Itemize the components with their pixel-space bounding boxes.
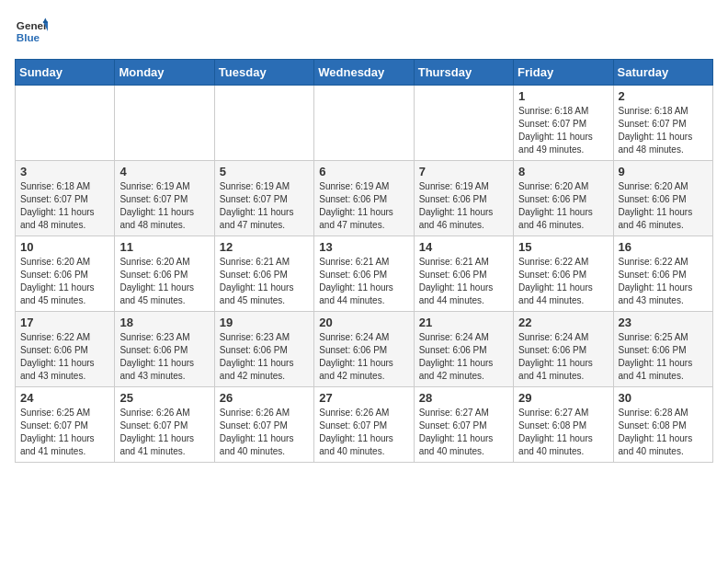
day-cell-28: 28Sunrise: 6:27 AM Sunset: 6:07 PM Dayli…: [414, 387, 513, 463]
day-number: 4: [119, 165, 209, 178]
logo: General Blue: [15, 15, 48, 48]
weekday-header-tuesday: Tuesday: [214, 60, 313, 86]
day-number: 16: [619, 240, 708, 254]
day-number: 6: [319, 165, 408, 178]
day-cell-10: 10Sunrise: 6:20 AM Sunset: 6:06 PM Dayli…: [16, 236, 115, 312]
day-info: Sunrise: 6:18 AM Sunset: 6:07 PM Dayligh…: [20, 180, 109, 232]
day-cell-25: 25Sunrise: 6:26 AM Sunset: 6:07 PM Dayli…: [115, 387, 214, 463]
day-number: 13: [319, 240, 408, 254]
day-info: Sunrise: 6:25 AM Sunset: 6:07 PM Dayligh…: [20, 407, 109, 458]
day-info: Sunrise: 6:19 AM Sunset: 6:06 PM Dayligh…: [319, 180, 408, 232]
day-cell-20: 20Sunrise: 6:24 AM Sunset: 6:06 PM Dayli…: [314, 312, 414, 387]
day-number: 1: [518, 89, 608, 103]
empty-cell: [214, 86, 313, 161]
day-cell-15: 15Sunrise: 6:22 AM Sunset: 6:06 PM Dayli…: [514, 236, 613, 312]
week-row-3: 10Sunrise: 6:20 AM Sunset: 6:06 PM Dayli…: [16, 236, 713, 312]
day-info: Sunrise: 6:27 AM Sunset: 6:08 PM Dayligh…: [518, 407, 608, 458]
day-number: 28: [419, 391, 508, 405]
day-info: Sunrise: 6:23 AM Sunset: 6:06 PM Dayligh…: [119, 331, 209, 383]
day-cell-30: 30Sunrise: 6:28 AM Sunset: 6:08 PM Dayli…: [613, 387, 712, 463]
day-cell-23: 23Sunrise: 6:25 AM Sunset: 6:06 PM Dayli…: [613, 312, 712, 387]
day-info: Sunrise: 6:19 AM Sunset: 6:06 PM Dayligh…: [419, 180, 508, 232]
day-number: 24: [20, 391, 109, 405]
day-cell-17: 17Sunrise: 6:22 AM Sunset: 6:06 PM Dayli…: [16, 312, 115, 387]
day-info: Sunrise: 6:21 AM Sunset: 6:06 PM Dayligh…: [319, 256, 408, 307]
empty-cell: [16, 86, 115, 161]
calendar-table: SundayMondayTuesdayWednesdayThursdayFrid…: [15, 59, 713, 463]
day-number: 19: [220, 316, 309, 329]
day-info: Sunrise: 6:19 AM Sunset: 6:07 PM Dayligh…: [220, 180, 309, 232]
day-info: Sunrise: 6:22 AM Sunset: 6:06 PM Dayligh…: [619, 256, 708, 307]
day-info: Sunrise: 6:27 AM Sunset: 6:07 PM Dayligh…: [419, 407, 508, 458]
weekday-header-saturday: Saturday: [613, 60, 712, 86]
day-cell-14: 14Sunrise: 6:21 AM Sunset: 6:06 PM Dayli…: [414, 236, 513, 312]
day-info: Sunrise: 6:26 AM Sunset: 6:07 PM Dayligh…: [220, 407, 309, 458]
day-cell-3: 3Sunrise: 6:18 AM Sunset: 6:07 PM Daylig…: [16, 161, 115, 236]
day-number: 26: [220, 391, 309, 405]
day-info: Sunrise: 6:21 AM Sunset: 6:06 PM Dayligh…: [419, 256, 508, 307]
empty-cell: [314, 86, 414, 161]
weekday-header-monday: Monday: [115, 60, 214, 86]
day-cell-29: 29Sunrise: 6:27 AM Sunset: 6:08 PM Dayli…: [514, 387, 613, 463]
day-number: 2: [619, 89, 708, 103]
empty-cell: [115, 86, 214, 161]
day-info: Sunrise: 6:20 AM Sunset: 6:06 PM Dayligh…: [518, 180, 608, 232]
weekday-header-row: SundayMondayTuesdayWednesdayThursdayFrid…: [16, 60, 713, 86]
day-info: Sunrise: 6:18 AM Sunset: 6:07 PM Dayligh…: [619, 105, 708, 156]
day-number: 11: [119, 240, 209, 254]
day-number: 9: [619, 165, 708, 178]
day-number: 23: [619, 316, 708, 329]
weekday-header-sunday: Sunday: [16, 60, 115, 86]
week-row-1: 1Sunrise: 6:18 AM Sunset: 6:07 PM Daylig…: [16, 86, 713, 161]
day-number: 29: [518, 391, 608, 405]
weekday-header-wednesday: Wednesday: [314, 60, 414, 86]
day-cell-27: 27Sunrise: 6:26 AM Sunset: 6:07 PM Dayli…: [314, 387, 414, 463]
day-cell-6: 6Sunrise: 6:19 AM Sunset: 6:06 PM Daylig…: [314, 161, 414, 236]
day-number: 5: [220, 165, 309, 178]
day-info: Sunrise: 6:18 AM Sunset: 6:07 PM Dayligh…: [518, 105, 608, 156]
day-number: 15: [518, 240, 608, 254]
day-cell-8: 8Sunrise: 6:20 AM Sunset: 6:06 PM Daylig…: [514, 161, 613, 236]
day-info: Sunrise: 6:24 AM Sunset: 6:06 PM Dayligh…: [419, 331, 508, 383]
day-info: Sunrise: 6:23 AM Sunset: 6:06 PM Dayligh…: [220, 331, 309, 383]
logo-icon: General Blue: [15, 15, 48, 48]
day-number: 27: [319, 391, 408, 405]
day-cell-2: 2Sunrise: 6:18 AM Sunset: 6:07 PM Daylig…: [613, 86, 712, 161]
day-info: Sunrise: 6:21 AM Sunset: 6:06 PM Dayligh…: [220, 256, 309, 307]
day-info: Sunrise: 6:24 AM Sunset: 6:06 PM Dayligh…: [319, 331, 408, 383]
day-number: 25: [119, 391, 209, 405]
day-cell-22: 22Sunrise: 6:24 AM Sunset: 6:06 PM Dayli…: [514, 312, 613, 387]
weekday-header-friday: Friday: [514, 60, 613, 86]
day-number: 3: [20, 165, 109, 178]
day-info: Sunrise: 6:22 AM Sunset: 6:06 PM Dayligh…: [518, 256, 608, 307]
day-info: Sunrise: 6:20 AM Sunset: 6:06 PM Dayligh…: [119, 256, 209, 307]
day-number: 14: [419, 240, 508, 254]
day-info: Sunrise: 6:20 AM Sunset: 6:06 PM Dayligh…: [619, 180, 708, 232]
day-number: 18: [119, 316, 209, 329]
day-number: 7: [419, 165, 508, 178]
day-number: 30: [619, 391, 708, 405]
day-number: 22: [518, 316, 608, 329]
day-cell-16: 16Sunrise: 6:22 AM Sunset: 6:06 PM Dayli…: [613, 236, 712, 312]
svg-text:Blue: Blue: [17, 31, 40, 43]
empty-cell: [414, 86, 513, 161]
day-info: Sunrise: 6:26 AM Sunset: 6:07 PM Dayligh…: [119, 407, 209, 458]
day-cell-1: 1Sunrise: 6:18 AM Sunset: 6:07 PM Daylig…: [514, 86, 613, 161]
day-number: 17: [20, 316, 109, 329]
day-info: Sunrise: 6:26 AM Sunset: 6:07 PM Dayligh…: [319, 407, 408, 458]
day-cell-5: 5Sunrise: 6:19 AM Sunset: 6:07 PM Daylig…: [214, 161, 313, 236]
week-row-4: 17Sunrise: 6:22 AM Sunset: 6:06 PM Dayli…: [16, 312, 713, 387]
day-number: 8: [518, 165, 608, 178]
day-info: Sunrise: 6:20 AM Sunset: 6:06 PM Dayligh…: [20, 256, 109, 307]
day-number: 10: [20, 240, 109, 254]
page-header: General Blue: [15, 15, 713, 48]
day-cell-7: 7Sunrise: 6:19 AM Sunset: 6:06 PM Daylig…: [414, 161, 513, 236]
day-cell-19: 19Sunrise: 6:23 AM Sunset: 6:06 PM Dayli…: [214, 312, 313, 387]
day-info: Sunrise: 6:24 AM Sunset: 6:06 PM Dayligh…: [518, 331, 608, 383]
day-cell-13: 13Sunrise: 6:21 AM Sunset: 6:06 PM Dayli…: [314, 236, 414, 312]
week-row-5: 24Sunrise: 6:25 AM Sunset: 6:07 PM Dayli…: [16, 387, 713, 463]
day-info: Sunrise: 6:25 AM Sunset: 6:06 PM Dayligh…: [619, 331, 708, 383]
day-info: Sunrise: 6:19 AM Sunset: 6:07 PM Dayligh…: [119, 180, 209, 232]
day-cell-24: 24Sunrise: 6:25 AM Sunset: 6:07 PM Dayli…: [16, 387, 115, 463]
day-info: Sunrise: 6:22 AM Sunset: 6:06 PM Dayligh…: [20, 331, 109, 383]
